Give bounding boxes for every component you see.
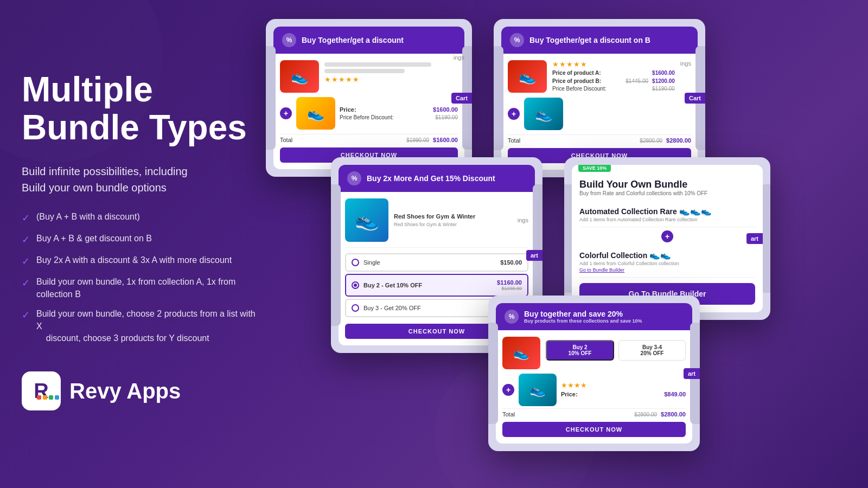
radio-buy3	[352, 304, 359, 312]
shoe-image-3: 👟	[508, 60, 547, 93]
card2-header: % Buy Together/get a discount on B	[501, 27, 698, 54]
bundle-card-5: % Buy together and save 20% Buy products…	[488, 296, 700, 451]
radio-buy2	[352, 281, 359, 289]
card3-header: % Buy 2x More And Get 15% Discount	[339, 165, 535, 192]
percent-icon-2: %	[510, 33, 524, 47]
stars-5: ★★★★	[561, 381, 686, 389]
main-title: Multiple Bundle Types	[22, 70, 260, 147]
list-item: ✓ Build your own bundle, choose 2 produc…	[22, 308, 260, 344]
shoe-image-5: 👟	[345, 198, 388, 242]
save-badge: SAVE 10%	[578, 165, 611, 172]
brand-name: Revy Apps	[69, 379, 181, 403]
buy2-btn[interactable]: Buy 210% OFF	[546, 340, 614, 361]
plus-btn-5[interactable]: +	[502, 384, 514, 396]
plus-btn-1[interactable]: +	[280, 107, 292, 119]
cart-label-1: Cart	[451, 93, 464, 104]
partial-left-1	[266, 46, 276, 150]
plus-btn-4[interactable]: +	[661, 230, 673, 242]
card5-header: % Buy together and save 20% Buy products…	[496, 303, 692, 330]
check-icon: ✓	[22, 277, 30, 290]
buy34-btn[interactable]: Buy 3-420% OFF	[618, 340, 686, 361]
cart-label-2: Cart	[685, 93, 698, 104]
cart-label-5: art	[684, 368, 692, 379]
features-list: ✓ (Buy A + B with a discount) ✓ Buy A + …	[22, 211, 260, 345]
option-single[interactable]: Single $150.00	[345, 253, 528, 272]
collection-colorful: Colorful Collection 👟👟 Add 1 items from …	[579, 246, 755, 278]
card5-checkout-btn[interactable]: CHECKOUT NOW	[502, 422, 686, 437]
percent-icon-5: %	[505, 310, 519, 324]
left-panel: Multiple Bundle Types Build infinite pos…	[22, 70, 260, 410]
shoe-image-6: 👟	[502, 337, 540, 369]
collection-rare: Automated Collection Rare 👟👟👟 Add 1 item…	[579, 202, 755, 227]
cart-label-4: art	[746, 233, 763, 244]
partial-left-5	[488, 323, 498, 424]
check-icon: ✓	[22, 309, 30, 322]
list-item: ✓ Buy A + B & get discount on B	[22, 233, 260, 247]
check-icon: ✓	[22, 255, 30, 268]
bundle-card-1: % Buy Together/get a discount 👟 ★★★★★ in…	[266, 19, 472, 177]
stars-1: ★★★★★	[324, 75, 458, 84]
percent-icon: %	[282, 33, 296, 47]
plus-btn-2[interactable]: +	[508, 108, 520, 120]
bundle-card-2: % Buy Together/get a discount on B 👟 ★★★…	[494, 19, 705, 177]
radio-single	[352, 259, 359, 266]
list-item: ✓ Build your own bundle, 1x from collect…	[22, 276, 260, 300]
shoe-image-2: 👟	[296, 97, 335, 130]
list-item: ✓ Buy 2x A with a discount & 3x A with m…	[22, 254, 260, 268]
logo-box: R	[22, 371, 61, 410]
cart-label-3: art	[526, 250, 535, 261]
check-icon: ✓	[22, 233, 30, 247]
shoe-image-7: 👟	[519, 374, 557, 406]
card1-header: % Buy Together/get a discount	[273, 27, 464, 54]
partial-left-3	[331, 184, 341, 326]
logo-area: R Revy Apps	[22, 371, 260, 410]
shoe-image-1: 👟	[280, 60, 319, 93]
shoe-image-4: 👟	[524, 98, 563, 130]
subtitle: Build infinite possibilities, includingB…	[22, 163, 260, 196]
go-to-builder-link[interactable]: Go to Bundle Builder	[579, 267, 755, 273]
option-buy2[interactable]: Buy 2 - Get 10% OFF $1160.00 $1290.00	[345, 274, 528, 297]
percent-icon-3: %	[347, 171, 361, 185]
check-icon: ✓	[22, 211, 30, 225]
list-item: ✓ (Buy A + B with a discount)	[22, 211, 260, 225]
stars-2: ★★★★★	[552, 60, 675, 68]
